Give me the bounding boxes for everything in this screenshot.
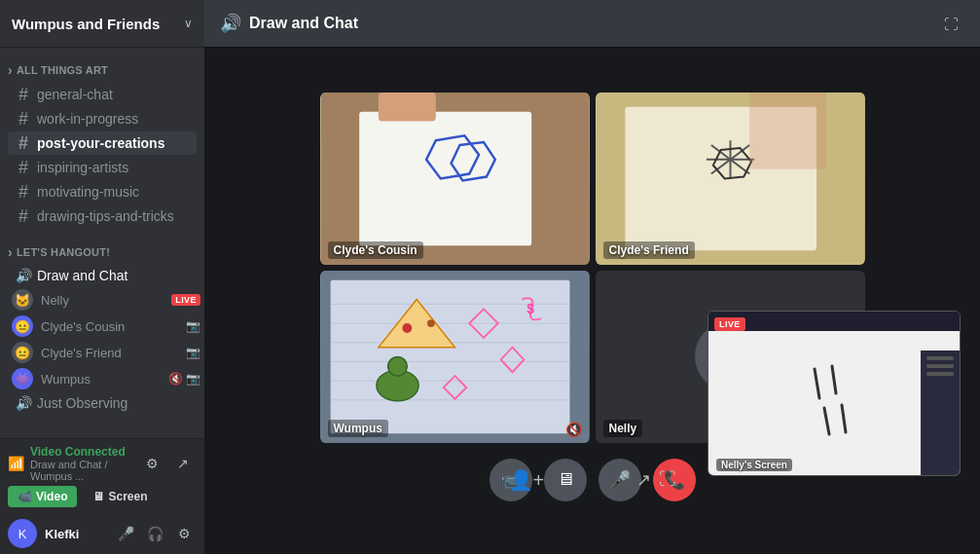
svg-rect-4	[378, 92, 435, 122]
svg-point-23	[426, 319, 434, 327]
user-controls: 🎤 🎧 ⚙	[113, 521, 197, 546]
top-bar-right: ⛶	[937, 10, 964, 37]
svg-point-25	[387, 356, 407, 376]
voice-members: 🐱 Nelly LIVE 😐 Clyde's Cousin 📷	[8, 287, 204, 391]
nelly-avatar: 🐱	[12, 289, 33, 311]
camera-icon: 📷	[186, 319, 200, 333]
voice-channel-just-observing[interactable]: 🔊 Just Observing	[8, 392, 197, 414]
svg-point-22	[402, 323, 412, 333]
hash-icon: #	[16, 207, 31, 225]
screen-ctrl-btn[interactable]: 🖥	[544, 459, 587, 501]
screen-icon: 🖥	[92, 490, 104, 503]
chevron-down-icon: ∨	[184, 17, 193, 30]
sidebar: Wumpus and Friends ∨ ALL THINGS ART # ge…	[0, 0, 204, 554]
top-bar-left: 🔊 Draw and Chat	[220, 13, 358, 34]
channel-inspiring-artists[interactable]: # inspiring-artists	[8, 156, 197, 179]
category-all-things-art[interactable]: ALL THINGS ART	[0, 47, 204, 82]
fullscreen-btn[interactable]: ⛶	[659, 469, 676, 491]
clyde-cousin-avatar: 😐	[12, 315, 33, 337]
member-icons: 📷	[186, 346, 200, 359]
nelly-live-badge: LIVE	[171, 294, 200, 306]
svg-rect-12	[749, 92, 826, 169]
settings-btn[interactable]: ⚙	[171, 521, 197, 546]
speaker-icon: 🔊	[16, 268, 31, 283]
clyde-friend-avatar: 😐	[12, 342, 33, 363]
voice-member-clydes-cousin[interactable]: 😐 Clyde's Cousin 📷	[8, 314, 204, 339]
voice-channel-draw-and-chat[interactable]: 🔊 Draw and Chat	[8, 265, 197, 286]
tile-label-clyde-friend: Clyde's Friend	[603, 241, 695, 259]
tile-label-nelly: Nelly	[603, 420, 643, 437]
mic-toggle-btn[interactable]: 🎤	[113, 521, 138, 546]
mic-ctrl-btn[interactable]: 🎤	[599, 459, 641, 501]
channel-general-chat[interactable]: # general-chat	[8, 83, 197, 106]
username: Klefki	[45, 527, 79, 541]
voice-member-wumpus[interactable]: 👾 Wumpus 🔇 📷	[8, 366, 204, 391]
user-avatar: K	[8, 519, 37, 548]
svg-line-31	[832, 366, 836, 393]
svg-line-32	[824, 408, 829, 434]
voice-member-clydes-friend[interactable]: 😐 Clyde's Friend 📷	[8, 340, 204, 365]
main-content: 🔊 Draw and Chat ⛶	[204, 0, 980, 554]
server-header[interactable]: Wumpus and Friends ∨	[0, 0, 204, 47]
screen-ctrl-icon: 🖥	[557, 469, 574, 490]
video-area: Clyde's Cousin	[204, 47, 980, 554]
voice-status: 📶 Video Connected Draw and Chat / Wumpus…	[8, 445, 197, 482]
bottom-right-btns: ↗ ⛶	[636, 469, 676, 491]
user-bar: K Klefki 🎤 🎧 ⚙	[0, 513, 204, 554]
screen-share-live-badge: LIVE	[714, 317, 745, 331]
voice-disconnect-btn[interactable]: ↗	[169, 450, 197, 477]
bottom-controls: 👤+ 📹 🖥 🎤 📞 ↗ ⛶	[490, 451, 696, 509]
panel-item	[926, 372, 954, 376]
expand-btn[interactable]: ⛶	[937, 10, 964, 37]
category-lets-hangout[interactable]: LET'S HANGOUT!	[0, 229, 204, 264]
video-toggle-btn[interactable]: 📹 Video	[8, 486, 77, 507]
hash-icon: #	[16, 183, 31, 201]
voice-location: Draw and Chat / Wumpus ...	[30, 459, 132, 482]
channel-drawing-tips[interactable]: # drawing-tips-and-tricks	[8, 204, 197, 228]
channel-work-in-progress[interactable]: # work-in-progress	[8, 107, 197, 130]
voice-settings-btn[interactable]: ⚙	[138, 450, 165, 477]
voice-connected-text: Video Connected	[30, 445, 132, 459]
video-tile-clyde-friend: Clyde's Friend	[596, 92, 865, 265]
svg-line-30	[815, 369, 819, 398]
tile-label-wumpus: Wumpus	[328, 420, 388, 437]
signal-icon: 📶	[8, 456, 24, 471]
svg-text:$: $	[526, 302, 534, 316]
popout-btn[interactable]: ↗	[636, 469, 651, 491]
hash-icon: #	[16, 110, 31, 128]
video-tile-clyde-cousin: Clyde's Cousin	[320, 92, 590, 265]
svg-line-33	[842, 405, 846, 432]
top-bar: 🔊 Draw and Chat ⛶	[204, 0, 980, 47]
voice-status-actions: ⚙ ↗	[138, 450, 197, 477]
video-tile-wumpus: $ Wumpus 🔇	[320, 271, 590, 443]
channel-post-your-creations[interactable]: # post-your-creations	[8, 131, 197, 155]
app-container: Wumpus and Friends ∨ ALL THINGS ART # ge…	[0, 0, 980, 554]
wumpus-avatar: 👾	[12, 368, 33, 389]
camera-icon: 📷	[186, 346, 200, 359]
video-icon: 📹	[18, 490, 32, 503]
server-name: Wumpus and Friends	[12, 16, 160, 32]
panel-item	[926, 364, 954, 368]
voice-connected-bar: 📶 Video Connected Draw and Chat / Wumpus…	[0, 438, 204, 513]
wumpus-mute-icon: 🔇	[565, 422, 582, 437]
camera-icon: 📷	[186, 372, 200, 386]
screen-share-btn[interactable]: 🖥 Screen	[83, 486, 157, 507]
add-user-btn[interactable]: 👤+	[509, 468, 545, 492]
channel-motivating-music[interactable]: # motivating-music	[8, 180, 197, 203]
hash-icon: #	[16, 159, 31, 176]
app-top-bar	[708, 312, 960, 331]
hash-icon: #	[16, 134, 31, 152]
headset-btn[interactable]: 🎧	[142, 521, 167, 546]
member-icons: 🔇 📷	[168, 372, 200, 386]
mute-icon: 🔇	[168, 372, 183, 386]
member-icons: 📷	[186, 319, 200, 333]
speaker-icon: 🔊	[16, 395, 31, 411]
voice-buttons-row: 📹 Video 🖥 Screen	[8, 486, 197, 507]
mic-ctrl-icon: 🎤	[609, 469, 631, 491]
screen-share-label: Nelly's Screen	[716, 459, 792, 471]
channels-scroll: ALL THINGS ART # general-chat # work-in-…	[0, 47, 204, 438]
voice-member-nelly[interactable]: 🐱 Nelly LIVE	[8, 287, 204, 313]
speaker-icon: 🔊	[220, 13, 241, 34]
app-right-panel	[921, 351, 960, 475]
tile-label-clyde-cousin: Clyde's Cousin	[328, 241, 423, 259]
